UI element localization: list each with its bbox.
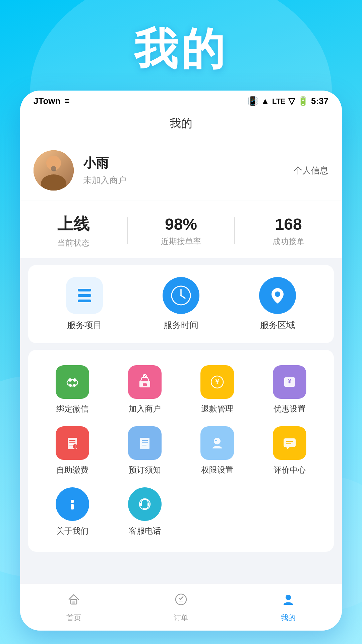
bottom-nav: 首页 订单 我的 — [20, 584, 342, 631]
svg-point-3 — [51, 166, 56, 171]
svg-point-47 — [176, 594, 186, 605]
page-title-big: 我的 — [0, 20, 362, 79]
svg-text:¥: ¥ — [215, 377, 220, 386]
menu-about-us-label: 关于我们 — [56, 526, 88, 536]
phone-frame: JTown ≡ 📳 ▲ LTE ▽ 🔋 5:37 我的 — [20, 91, 342, 631]
menu-join-merchant-label: 加入商户 — [129, 404, 161, 414]
app-name: JTown — [34, 96, 60, 106]
svg-rect-46 — [72, 601, 75, 604]
svg-point-13 — [67, 379, 78, 386]
svg-text:!: ! — [74, 444, 76, 448]
svg-rect-44 — [143, 508, 145, 509]
menu-review[interactable]: 评价中心 — [253, 426, 326, 475]
svg-point-34 — [214, 438, 221, 444]
svg-rect-30 — [140, 438, 149, 449]
menu-grid: 绑定微信 加入商户 — [36, 362, 326, 540]
avatar — [34, 150, 74, 191]
menu-permission-label: 权限设置 — [201, 465, 233, 475]
menu-self-pay-label: 自助缴费 — [56, 465, 88, 475]
svg-point-14 — [69, 384, 72, 387]
stat-orders: 168 成功接单 — [235, 215, 342, 247]
nav-mine[interactable]: 我的 — [235, 584, 342, 631]
mine-icon — [281, 592, 296, 610]
battery-icon: 🔋 — [298, 96, 308, 106]
stat-status: 上线 当前状态 — [20, 213, 127, 248]
svg-point-15 — [73, 384, 76, 387]
stat-acceptance-value: 98% — [128, 215, 235, 233]
service-time-item[interactable]: 服务时间 — [163, 277, 199, 331]
menu-booking-notice-label: 预订须知 — [129, 465, 161, 475]
service-area-label: 服务区域 — [260, 319, 295, 331]
profile-section: 小雨 未加入商户 个人信息 — [20, 138, 342, 201]
wifi-icon: ▽ — [288, 96, 295, 106]
vibrate-icon: 📳 — [247, 96, 258, 106]
menu-permission[interactable]: 权限设置 — [181, 426, 253, 475]
menu-refund[interactable]: ¥ 退款管理 — [181, 365, 253, 414]
notification-icon: ≡ — [64, 96, 69, 106]
stat-acceptance: 98% 近期接单率 — [128, 215, 235, 247]
svg-rect-43 — [147, 503, 149, 506]
nav-orders-label: 订单 — [174, 613, 188, 623]
stat-status-value: 上线 — [20, 213, 127, 235]
nav-home[interactable]: 首页 — [20, 584, 127, 631]
menu-join-merchant[interactable]: 加入商户 — [109, 365, 181, 414]
svg-rect-42 — [140, 503, 142, 506]
nav-home-label: 首页 — [66, 613, 81, 623]
svg-line-9 — [181, 296, 185, 298]
home-icon — [66, 592, 81, 610]
stat-orders-value: 168 — [235, 215, 342, 233]
menu-card: 绑定微信 加入商户 — [28, 350, 334, 552]
menu-review-label: 评价中心 — [274, 465, 306, 475]
svg-rect-5 — [78, 294, 91, 297]
orders-icon — [174, 592, 188, 610]
content-area: 小雨 未加入商户 个人信息 上线 当前状态 98% 近期接单率 168 成功接单 — [20, 138, 342, 604]
menu-self-pay[interactable]: ! 自助缴费 — [36, 426, 109, 475]
menu-discount-label: 优惠设置 — [274, 404, 306, 414]
svg-rect-17 — [143, 383, 147, 386]
status-bar: JTown ≡ 📳 ▲ LTE ▽ 🔋 5:37 — [20, 91, 342, 110]
svg-point-39 — [71, 500, 74, 503]
svg-point-49 — [286, 595, 291, 600]
svg-rect-4 — [78, 289, 91, 291]
stat-status-label: 当前状态 — [20, 237, 127, 248]
svg-rect-40 — [71, 504, 74, 509]
service-project-item[interactable]: 服务项目 — [66, 277, 103, 331]
svg-text:¥: ¥ — [288, 377, 292, 385]
profile-name: 小雨 — [83, 155, 127, 172]
stat-acceptance-label: 近期接单率 — [128, 236, 235, 247]
menu-about-us[interactable]: 关于我们 — [36, 487, 109, 536]
stats-section: 上线 当前状态 98% 近期接单率 168 成功接单 — [20, 201, 342, 258]
service-project-label: 服务项目 — [67, 319, 102, 331]
profile-subtitle: 未加入商户 — [83, 174, 127, 186]
menu-booking-notice[interactable]: 预订须知 — [109, 426, 181, 475]
svg-rect-6 — [78, 300, 91, 302]
svg-point-10 — [275, 291, 280, 297]
service-time-label: 服务时间 — [164, 319, 198, 331]
profile-link[interactable]: 个人信息 — [294, 165, 328, 176]
menu-discount[interactable]: ¥ 优惠设置 — [253, 365, 326, 414]
screen-title: 我的 — [20, 110, 342, 138]
signal-icon: ▲ — [261, 96, 269, 106]
nav-mine-label: 我的 — [281, 613, 296, 623]
menu-bind-wechat-label: 绑定微信 — [56, 404, 88, 414]
stat-orders-label: 成功接单 — [235, 236, 342, 247]
time: 5:37 — [311, 96, 328, 106]
service-card: 服务项目 服务时间 — [28, 265, 334, 343]
menu-bind-wechat[interactable]: 绑定微信 — [36, 365, 109, 414]
menu-customer-service[interactable]: 客服电话 — [109, 487, 181, 536]
svg-rect-36 — [284, 438, 296, 447]
service-area-item[interactable]: 服务区域 — [259, 277, 296, 331]
menu-refund-label: 退款管理 — [201, 404, 233, 414]
lte-icon: LTE — [272, 97, 286, 106]
nav-orders[interactable]: 订单 — [127, 584, 235, 631]
menu-customer-service-label: 客服电话 — [129, 526, 161, 536]
